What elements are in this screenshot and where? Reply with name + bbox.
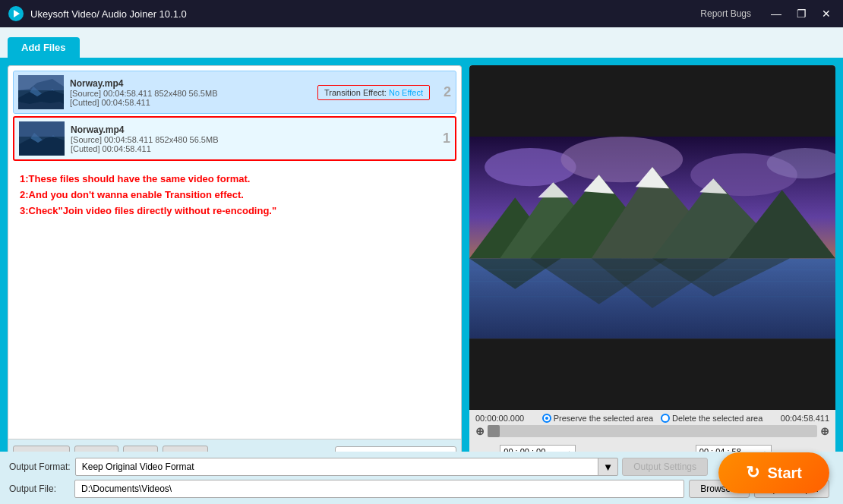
transition-value: No Effect — [389, 88, 423, 97]
scrubber-handle[interactable] — [488, 425, 500, 437]
output-settings-button[interactable]: Output Settings — [622, 458, 708, 476]
svg-point-15 — [485, 148, 576, 186]
output-format-wrapper: ▼ — [75, 458, 618, 476]
preview-image — [469, 65, 835, 410]
scrubber-row: ⊕ ⊕ — [475, 425, 829, 437]
output-format-dropdown-btn[interactable]: ▼ — [598, 458, 618, 476]
file-name-1: Norway.mp4 — [70, 78, 317, 89]
preserve-label: Preserve the selected area — [554, 414, 653, 423]
window-controls: — ❐ ✕ — [766, 6, 835, 21]
file-source-1: [Source] 00:04:58.411 852x480 56.5MB — [70, 89, 317, 98]
file-item-1[interactable]: Norway.mp4 [Source] 00:04:58.411 852x480… — [13, 71, 456, 114]
delete-option[interactable]: Delete the selected area — [661, 414, 762, 423]
title-bar: Ukeysoft Video/ Audio Joiner 10.1.0 Repo… — [0, 0, 843, 27]
delete-radio[interactable] — [661, 414, 670, 423]
warning-area: 1:These files should have the same video… — [8, 165, 462, 439]
video-preview — [469, 65, 835, 410]
warning-line-3: 3:Check"Join video files directly withou… — [20, 205, 450, 216]
file-cut-2: [Cutted] 00:04:58.411 — [71, 144, 429, 153]
scrubber-track[interactable] — [488, 425, 817, 437]
file-name-2: Norway.mp4 — [71, 124, 429, 135]
svg-point-16 — [561, 137, 684, 182]
svg-rect-12 — [19, 121, 65, 137]
file-thumbnail-2 — [19, 121, 65, 156]
app-title: Ukeysoft Video/ Audio Joiner 10.1.0 — [30, 8, 700, 20]
start-button-area: ↻ Start — [718, 452, 829, 493]
output-format-input[interactable] — [75, 458, 618, 476]
preserve-option[interactable]: Preserve the selected area — [542, 414, 653, 423]
time-end-label: 00:04:58.411 — [781, 414, 829, 423]
file-cut-1: [Cutted] 00:04:58.411 — [70, 98, 317, 107]
tab-bar: Add Files — [0, 27, 843, 58]
time-start-label: 00:00:00.000 — [475, 414, 524, 423]
transition-badge[interactable]: Transition Effect: No Effect — [317, 85, 430, 100]
start-button[interactable]: ↻ Start — [718, 452, 829, 493]
file-badge-1: 2 — [436, 84, 451, 100]
main-area: Norway.mp4 [Source] 00:04:58.411 852x480… — [0, 58, 843, 504]
app-logo — [8, 5, 24, 22]
file-info-2: Norway.mp4 [Source] 00:04:58.411 852x480… — [71, 124, 429, 153]
delete-label: Delete the selected area — [672, 414, 762, 423]
output-format-label: Output Format: — [9, 461, 71, 472]
transition-label: Transition Effect: — [324, 88, 387, 97]
close-button[interactable]: ✕ — [817, 6, 835, 21]
start-label: Start — [767, 465, 802, 482]
right-panel: 00:00:00.000 Preserve the selected area … — [469, 65, 835, 496]
warning-line-2: 2:And you don't wanna enable Transition … — [20, 189, 450, 200]
scrubber-area: 00:00:00.000 Preserve the selected area … — [469, 410, 835, 441]
left-panel: Norway.mp4 [Source] 00:04:58.411 852x480… — [8, 65, 462, 496]
file-badge-2: 1 — [435, 131, 450, 146]
report-bugs-link[interactable]: Report Bugs — [700, 8, 751, 19]
minimize-button[interactable]: — — [766, 6, 786, 21]
tab-add-files[interactable]: Add Files — [8, 37, 80, 58]
time-labels: 00:00:00.000 Preserve the selected area … — [475, 414, 829, 423]
file-item-2[interactable]: Norway.mp4 [Source] 00:04:58.411 852x480… — [13, 116, 456, 161]
output-file-label: Output File: — [9, 484, 70, 494]
file-info-1: Norway.mp4 [Source] 00:04:58.411 852x480… — [70, 78, 317, 107]
file-source-2: [Source] 00:04:58.411 852x480 56.5MB — [71, 135, 429, 144]
zoom-out-icon[interactable]: ⊕ — [820, 425, 829, 437]
start-icon: ↻ — [746, 463, 759, 483]
maximize-button[interactable]: ❐ — [792, 6, 811, 21]
output-format-row: Output Format: ▼ Output Settings — [9, 458, 834, 476]
file-thumbnail-1 — [18, 75, 64, 109]
output-file-row: Output File: Browse... Open Output — [9, 480, 834, 498]
bottom-strip: Output Format: ▼ Output Settings Output … — [0, 452, 843, 504]
zoom-in-icon[interactable]: ⊕ — [475, 425, 485, 437]
preserve-radio[interactable] — [542, 414, 551, 423]
warning-line-1: 1:These files should have the same video… — [20, 173, 450, 184]
output-file-input[interactable] — [74, 480, 684, 498]
